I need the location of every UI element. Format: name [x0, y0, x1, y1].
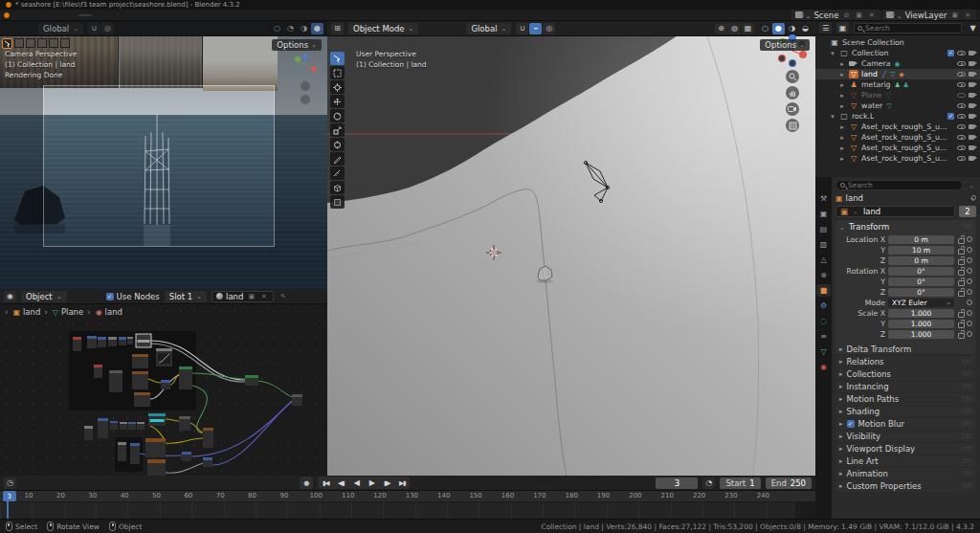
new-scene-icon[interactable]: ▣ [854, 11, 864, 19]
collapsed-panel[interactable]: Animation [835, 468, 976, 479]
workspace-tab[interactable] [208, 14, 221, 16]
outliner-search[interactable] [854, 23, 962, 33]
outliner-row[interactable]: Collection [815, 48, 980, 58]
item-label[interactable]: rock.L [852, 112, 874, 121]
exclude-checkbox[interactable] [947, 50, 954, 56]
play-reverse-button[interactable]: ◀ [348, 477, 364, 489]
value-field[interactable]: 1.000 [888, 330, 954, 339]
panel-grip-icon[interactable] [962, 408, 972, 415]
pin-id-icon[interactable] [969, 194, 976, 202]
outliner-row[interactable]: water [815, 100, 980, 111]
snap-magnet-icon[interactable]: ∪ [516, 23, 528, 34]
collapsed-panel[interactable]: Visibility [835, 431, 976, 442]
panel-grip-icon[interactable] [962, 457, 972, 465]
item-label[interactable]: metarig [861, 80, 891, 89]
outliner-row[interactable]: Scene Collection [815, 37, 980, 48]
animate-decorator-icon[interactable] [967, 289, 972, 295]
search-input[interactable] [848, 181, 958, 189]
object-name-field[interactable]: ▣ ⌄ land [835, 206, 955, 217]
tab-render[interactable] [816, 208, 831, 220]
collapsed-panel[interactable]: Viewport Display [835, 443, 976, 455]
proportional-edit-icon[interactable]: ◎ [543, 23, 555, 34]
shading-material-icon[interactable]: ◑ [786, 23, 798, 34]
item-label[interactable]: Aset_rock_rough_S_ukinogaiw_LOD0 [861, 122, 948, 131]
slot-dropdown[interactable]: Slot 1 [165, 291, 207, 302]
timeline-track[interactable] [0, 502, 815, 519]
tab-tool[interactable] [816, 192, 831, 205]
properties-search[interactable] [835, 180, 963, 190]
tool-thumbnail[interactable] [37, 38, 47, 48]
show-overlays-icon[interactable]: ◍ [728, 23, 741, 34]
camera-view-icon[interactable] [786, 102, 799, 116]
disable-in-render-icon[interactable] [969, 155, 977, 162]
select-box-tool[interactable] [330, 66, 345, 79]
workspace-tab[interactable] [93, 14, 106, 16]
animate-decorator-icon[interactable] [967, 247, 972, 253]
snap-magnet-icon[interactable]: ∪ [88, 23, 100, 34]
value-field[interactable]: 0° [888, 288, 954, 297]
auto-keying-icon[interactable]: ● [300, 477, 313, 489]
move-tool[interactable] [330, 95, 345, 108]
disable-in-render-icon[interactable] [969, 144, 977, 151]
play-button[interactable]: ▶ [364, 477, 379, 489]
hide-in-viewport-icon[interactable] [957, 102, 966, 109]
outliner-row[interactable]: Plane [815, 90, 980, 100]
tab-object-data[interactable] [816, 345, 831, 358]
disable-in-render-icon[interactable] [969, 81, 977, 88]
zoom-icon[interactable] [786, 70, 799, 83]
disable-in-render-icon[interactable] [969, 50, 977, 56]
panel-grip-icon[interactable] [962, 433, 972, 440]
value-field[interactable]: 0 m [888, 256, 954, 265]
hide-in-viewport-icon[interactable] [957, 113, 966, 120]
orientation-dropdown[interactable]: Global [38, 23, 83, 34]
pin-icon[interactable]: ✎ [278, 293, 288, 300]
node-canvas[interactable]: landPlaneland [0, 304, 327, 476]
shading-material-icon[interactable]: ◑ [298, 23, 310, 34]
display-mode-icon[interactable]: ▣ [836, 22, 849, 33]
tab-scene[interactable] [816, 254, 831, 266]
collapsed-panel[interactable]: Motion Paths [835, 393, 976, 405]
outliner-row[interactable]: metarig [815, 79, 980, 90]
proportional-edit-icon[interactable]: ◎ [101, 23, 114, 34]
disclosure-icon[interactable] [838, 123, 846, 131]
animate-decorator-icon[interactable] [967, 321, 972, 326]
outliner-row[interactable]: Camera [815, 58, 980, 69]
scene-selector[interactable]: Scene ⊘ ▣ ✕ [791, 10, 880, 21]
blender-menu-icon[interactable] [4, 12, 10, 18]
item-label[interactable]: water [861, 101, 882, 110]
shading-wireframe-icon[interactable]: ○ [271, 23, 283, 34]
hide-in-viewport-icon[interactable] [957, 71, 966, 78]
animate-decorator-icon[interactable] [967, 236, 972, 242]
panel-grip-icon[interactable] [962, 445, 972, 453]
render-preview[interactable]: Options Camera Perspective (1) Collectio… [0, 36, 327, 289]
filter-chevron-icon[interactable]: ⌄ [967, 182, 976, 189]
disable-in-render-icon[interactable] [969, 113, 977, 120]
timeline-playhead[interactable]: 3 [3, 491, 16, 519]
disclosure-icon[interactable] [838, 92, 846, 100]
users-count-button[interactable]: 2 [959, 206, 976, 217]
tab-physics[interactable] [816, 315, 831, 327]
fake-user-icon[interactable]: ▣ [246, 293, 256, 300]
animate-decorator-icon[interactable] [967, 300, 972, 305]
disclosure-icon[interactable] [838, 155, 846, 163]
outliner-row[interactable]: Aset_rock_rough_S_ukinogaiw_LOD0.003 [815, 153, 980, 164]
main-viewport[interactable]: ⊞ Object Mode Global ∪ ⌁ ◎ ⊕ ◍ ▦ ○ ● ◑ ◒ [327, 21, 815, 476]
snap-target-icon[interactable]: ⌁ [529, 23, 542, 34]
disclosure-icon[interactable] [838, 60, 846, 68]
collapsed-panel[interactable]: Shading [835, 406, 976, 417]
filter-icon[interactable]: ▼ [967, 22, 979, 33]
shading-rendered-icon[interactable]: ◒ [799, 23, 812, 34]
item-label[interactable]: Aset_rock_rough_S_ukinogaiw_LOD0.002 [861, 144, 948, 152]
scale-tool[interactable] [330, 123, 345, 137]
unlink-icon[interactable]: ✕ [259, 293, 269, 300]
disable-in-render-icon[interactable] [969, 60, 977, 67]
tool-thumbnail[interactable] [49, 38, 58, 48]
disable-in-render-icon[interactable] [969, 123, 977, 130]
lock-icon[interactable] [957, 320, 964, 327]
editor-type-icon[interactable]: ☰ [819, 22, 832, 33]
panel-grip-icon[interactable] [962, 383, 972, 390]
item-label[interactable]: Plane [861, 91, 881, 100]
tweak-tool[interactable] [2, 38, 12, 49]
value-field[interactable]: 1.000 [888, 309, 954, 318]
item-label[interactable]: Aset_rock_rough_S_ukinogaiw_LOD0.001 [861, 133, 948, 142]
